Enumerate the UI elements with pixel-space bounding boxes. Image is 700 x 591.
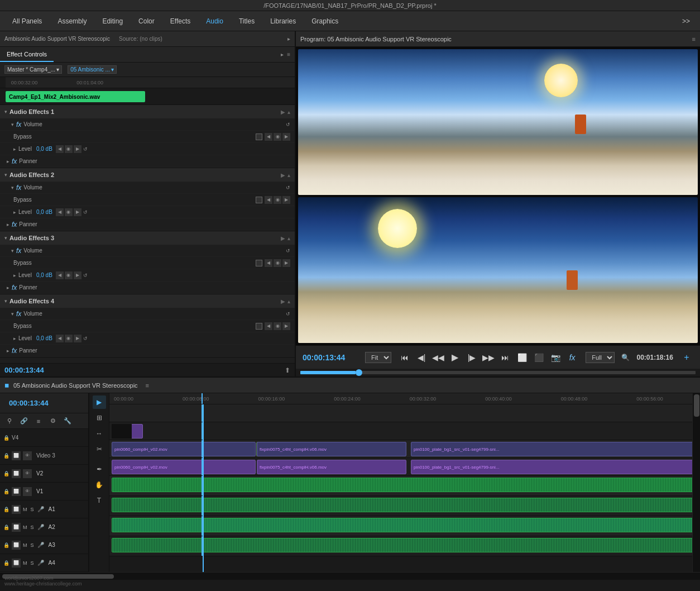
level-prev-3[interactable]: ◀ (56, 271, 64, 279)
audio-clip-a2[interactable] (112, 498, 692, 512)
progress-inner[interactable] (300, 371, 696, 374)
ae-section-header-4[interactable]: ▾ Audio Effects 4 ▶ ▴ (0, 294, 295, 308)
menu-effects[interactable]: Effects (164, 15, 197, 27)
full-dropdown[interactable]: Full (586, 352, 615, 363)
tool-ripple[interactable]: ↔ (93, 427, 106, 440)
mark-out-btn[interactable]: ⏭ (498, 351, 512, 364)
tl-tool-link[interactable]: 🔗 (18, 415, 30, 427)
snapshot-btn[interactable]: 📷 (549, 351, 562, 364)
level-anim-2[interactable]: ◉ (65, 208, 73, 216)
level-next-4[interactable]: ▶ (74, 335, 81, 342)
bypass-anim-4[interactable]: ◉ (274, 322, 281, 330)
bypass-prev-3[interactable]: ◀ (265, 259, 272, 267)
level-reset-1[interactable]: ↺ (83, 146, 88, 152)
fit-dropdown[interactable]: Fit (365, 352, 391, 363)
lift-btn[interactable]: ⬜ (515, 351, 529, 364)
v-scrollbar[interactable] (692, 393, 700, 572)
level-reset-4[interactable]: ↺ (83, 336, 88, 341)
reset-icon-4[interactable]: ↺ (286, 311, 290, 317)
a2-s-btn[interactable]: S (31, 525, 34, 530)
level-prev-4[interactable]: ◀ (56, 335, 64, 342)
v2-eye-icon[interactable]: 👁 (23, 469, 32, 478)
step-fwd-btn[interactable]: |▶ (465, 351, 478, 364)
go-fwd-btn[interactable]: ▶▶ (482, 351, 495, 364)
effect-controls-tab[interactable]: Effect Controls (0, 47, 54, 62)
a1-m-btn[interactable]: M (23, 507, 27, 512)
panel-menu-arrow[interactable]: ▸ (281, 51, 284, 58)
tool-select[interactable]: ▶ (93, 395, 106, 409)
timeline-tracks[interactable]: 00:00:00 00:00:08:00 00:00:16:00 00:00:2… (109, 393, 692, 572)
a3-clip-icon[interactable]: ⬜ (12, 541, 21, 550)
level-prev-1[interactable]: ◀ (56, 145, 64, 153)
a4-m-btn[interactable]: M (23, 560, 27, 566)
tool-razor[interactable]: ✂ (93, 442, 106, 456)
level-next-3[interactable]: ▶ (74, 271, 81, 279)
bypass-checkbox-2[interactable] (256, 197, 262, 203)
mark-in-btn[interactable]: ⏮ (398, 351, 411, 364)
tl-tool-insert[interactable]: ≡ (32, 415, 45, 427)
clip-v2-2[interactable]: fixpin0075_c4ht_complH.v06.mov (257, 442, 406, 456)
v1-clip-icon[interactable]: ⬜ (12, 487, 21, 496)
bypass-checkbox-1[interactable] (256, 134, 262, 140)
menu-audio[interactable]: Audio (199, 15, 230, 27)
menu-color[interactable]: Color (132, 15, 161, 27)
tool-track[interactable]: ⊞ (93, 411, 106, 425)
export-icon[interactable]: ⬆ (285, 366, 290, 374)
tl-tool-settings[interactable]: ⚙ (47, 415, 59, 427)
progress-bar-area[interactable] (296, 369, 700, 376)
tool-pen[interactable]: ✒ (93, 463, 106, 476)
bypass-checkbox-3[interactable] (256, 260, 262, 266)
ae-section-header-3[interactable]: ▾ Audio Effects 3 ▶ ▴ (0, 231, 295, 245)
bypass-next-1[interactable]: ▶ (282, 133, 290, 141)
level-anim-1[interactable]: ◉ (65, 145, 73, 153)
panel-menu-icon[interactable]: ≡ (287, 51, 290, 58)
a2-m-btn[interactable]: M (23, 525, 27, 530)
bypass-next-2[interactable]: ▶ (282, 196, 290, 204)
fx-btn[interactable]: fx (565, 351, 579, 364)
tool-hand[interactable]: ✋ (93, 478, 106, 492)
reset-icon-2[interactable]: ↺ (286, 185, 290, 190)
level-reset-3[interactable]: ↺ (83, 273, 88, 278)
audio-effects-scroll[interactable]: ▾ Audio Effects 1 ▶ ▴ ▾ fx Volume ↺ (0, 105, 295, 363)
v3-clip-icon[interactable]: ⬜ (12, 451, 21, 460)
audio-clip-a4[interactable] (112, 538, 692, 552)
bypass-anim-3[interactable]: ◉ (274, 259, 281, 267)
clip-v1-3[interactable]: pin0100_plate_bg1_src_v01-seg4799-sni... (411, 460, 692, 474)
ae-add-icon-3[interactable]: ▶ (281, 235, 285, 241)
menu-assembly[interactable]: Assembly (51, 15, 93, 27)
play-btn[interactable]: ▶ (448, 351, 462, 364)
tl-tool-wrench[interactable]: 🔧 (61, 415, 74, 427)
clip-v2-3[interactable]: pin0100_plate_bg1_src_v01-seg4799-sni... (411, 442, 692, 456)
clip-v1-1[interactable]: pin0060_complH_v02.mov (112, 460, 256, 474)
reset-icon-3[interactable]: ↺ (286, 248, 290, 254)
timeline-menu[interactable]: ≡ (146, 382, 149, 389)
zoom-icon[interactable]: 🔍 (621, 354, 630, 361)
v2-clip-icon[interactable]: ⬜ (12, 469, 21, 478)
level-next-1[interactable]: ▶ (74, 145, 81, 153)
bypass-prev-2[interactable]: ◀ (265, 196, 272, 204)
clip-v2-1[interactable]: pin0060_complH_v02.mov (112, 442, 256, 456)
level-anim-4[interactable]: ◉ (65, 335, 73, 342)
v-scrollbar-thumb[interactable] (694, 394, 699, 417)
ae-section-header-2[interactable]: ▾ Audio Effects 2 ▶ ▴ (0, 168, 295, 182)
a4-s-btn[interactable]: S (31, 560, 34, 566)
menu-all-panels[interactable]: All Panels (6, 15, 49, 27)
ae-add-icon[interactable]: ▶ (281, 109, 285, 115)
master-dropdown[interactable]: Master * Camp4_... ▾ (4, 65, 62, 74)
tool-text[interactable]: T (93, 494, 106, 507)
a3-s-btn[interactable]: S (31, 542, 34, 548)
menu-editing[interactable]: Editing (95, 15, 130, 27)
menu-titles[interactable]: Titles (232, 15, 261, 27)
a1-s-btn[interactable]: S (31, 507, 34, 512)
reset-icon-1[interactable]: ↺ (286, 122, 290, 127)
bypass-prev-1[interactable]: ◀ (265, 133, 272, 141)
a3-m-btn[interactable]: M (23, 542, 27, 548)
clip-v1-2[interactable]: fixpin0075_c4ht_complH.v06.mov (257, 460, 406, 474)
menu-more-btn[interactable]: >> (678, 15, 694, 27)
bypass-anim-2[interactable]: ◉ (274, 196, 281, 204)
clip-dropdown[interactable]: 05 Ambisonic ... ▾ (68, 65, 117, 74)
program-panel-menu[interactable]: ≡ (692, 36, 696, 42)
bypass-checkbox-4[interactable] (256, 323, 262, 330)
audio-clip-a1[interactable] (112, 478, 692, 492)
add-marker-btn[interactable]: + (680, 351, 693, 364)
